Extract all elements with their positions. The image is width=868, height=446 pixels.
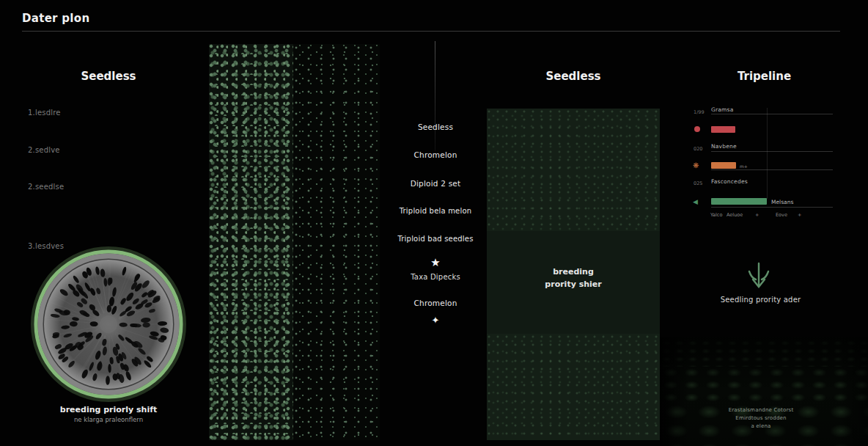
photo-caption-line: Erastalsmandne Cotorst [680,406,842,414]
center-panel: breeding prority shier [487,109,660,440]
caption-subtitle: ne klarga praleonflern [13,416,204,423]
flow-step: Triploid bela melon [381,207,490,215]
timeline-bar-red [711,126,735,133]
timeline-axis-label: + [798,212,801,218]
red-dot-icon [694,126,700,132]
timeline-axis-label: Eove [776,212,787,218]
flow-step: Triploid bad seedles [381,235,490,243]
panel-label-line2: prority shier [545,278,601,290]
star-icon: ★ [381,256,490,269]
center-panel-texture-bottom [487,334,660,440]
timeline-axis-label: + [755,212,759,218]
photo-caption-line: Emirdtous srodden [680,414,842,423]
left-panel-header: Seedless [43,70,174,83]
canvas: Dater plon Seedless 1.lesdlre 2.sedlve 2… [0,0,868,446]
left-image-caption: breeding priorly shift ne klarga praleon… [13,405,204,423]
flow-step: Chromelon [381,299,490,307]
timeline-tick: 1/99 [694,109,705,115]
left-list-item: 2.seedlse [28,183,64,191]
sparkle-icon: ✦ [381,315,490,326]
timeline-row-label: Navbene [711,143,737,150]
timeline-vertical-gridline [767,108,768,199]
watermelon-cross-section-image [29,246,188,402]
timeline-row-line [711,207,833,208]
page-title: Dater plon [22,12,89,25]
timeline-row-label: Gramsa [711,106,734,113]
seed-texture-sparse [293,44,380,440]
flow-step: Taxa Dipecks [381,273,490,281]
title-divider [22,31,840,32]
timeline-axis-label: Aeluoe [727,212,743,218]
center-panel-texture-top [487,109,660,231]
left-list-item: 1.lesdlre [28,109,61,117]
timeline-tick: 020 [694,146,702,152]
timeline-bar-note: m+ [740,164,748,169]
timeline-header: Tripeline [689,70,839,83]
timeline-bar-orange [711,162,736,169]
timeline-chart: 1/99 Gramsa 020 Navbene ❋ m+ 025 Fasconc… [689,105,839,221]
seedling-caption: Seedling prority ader [682,296,839,304]
center-panel-header: Seedless [487,70,660,83]
flow-step: Chromelon [381,150,490,159]
timeline-row-line [711,114,833,114]
photo-caption: Erastalsmandne Cotorst Emirdtous srodden… [680,406,842,431]
center-panel-label-block: breeding prority shier [487,231,660,334]
flow-divider-line [435,41,435,151]
timeline-row-label: Fasconcedes [711,178,748,185]
caption-title: breeding priorly shift [13,405,204,414]
seedling-down-arrow-icon [745,261,773,295]
flow-step: Diploid 2 set [381,179,490,188]
timeline-bar-green [711,198,767,205]
flow-step: Seedless [381,123,490,131]
photo-caption-line: a elena [680,423,842,431]
timeline-row-line [711,151,833,152]
orange-blossom-icon: ❋ [693,162,699,169]
green-arrow-icon: ◀ [693,198,698,205]
panel-label-line1: breeding [553,266,594,278]
watermelon-field-photo: Erastalsmandne Cotorst Emirdtous srodden… [660,337,868,446]
timeline-row-line [711,169,833,170]
timeline-axis-label: Yalco [710,212,722,218]
timeline-tick: 025 [694,180,702,186]
left-list-item: 2.sedlve [28,146,60,154]
timeline-bar-label: Melsans [771,199,793,205]
seed-texture-dense [209,44,293,440]
